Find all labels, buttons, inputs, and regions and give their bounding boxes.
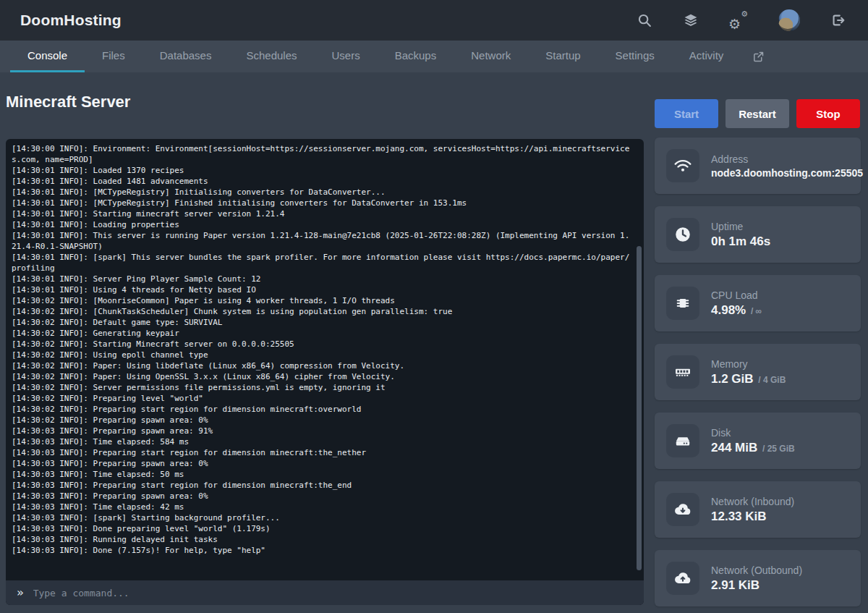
stat-label: Address <box>711 153 851 165</box>
console-column: Minecraft Server [14:30:00 INFO]: Enviro… <box>6 72 644 613</box>
user-avatar[interactable] <box>778 9 800 31</box>
server-panel: DoomHosting ⚙⚙ <box>0 0 868 613</box>
page-title: Minecraft Server <box>6 91 644 113</box>
stat-label: Disk <box>711 427 795 439</box>
tab-startup[interactable]: Startup <box>528 41 597 72</box>
stat-cards: Address node3.doomhosting.com:25505 Upti… <box>655 138 861 613</box>
top-navbar: DoomHosting ⚙⚙ <box>0 0 868 41</box>
stat-value: 1.2 GiB / 4 GiB <box>711 372 786 386</box>
tab-activity[interactable]: Activity <box>672 41 741 72</box>
tab-schedules[interactable]: Schedules <box>229 41 314 72</box>
stat-card-address: Address node3.doomhosting.com:25505 <box>655 138 861 194</box>
brand-title[interactable]: DoomHosting <box>20 12 122 29</box>
wifi-icon <box>666 149 699 182</box>
stat-label: Memory <box>711 358 786 370</box>
stat-label: CPU Load <box>711 289 762 301</box>
server-tabbar: Console Files Databases Schedules Users … <box>0 41 868 72</box>
search-icon[interactable] <box>637 12 652 28</box>
console-scrollbar-thumb[interactable] <box>637 246 642 570</box>
stat-label: Network (Outbound) <box>711 565 802 576</box>
stat-card-uptime: Uptime 0h 1m 46s <box>655 206 861 263</box>
stat-card-memory: Memory 1.2 GiB / 4 GiB <box>655 344 861 400</box>
stat-card-disk: Disk 244 MiB / 25 GiB <box>655 413 861 469</box>
memory-icon <box>666 355 699 389</box>
clock-icon <box>666 218 699 251</box>
command-bar: » <box>6 580 644 605</box>
console-log[interactable]: [14:30:00 INFO]: Environment: Environmen… <box>6 139 644 580</box>
tab-console[interactable]: Console <box>10 41 85 72</box>
stat-value: 12.33 KiB <box>711 510 794 524</box>
restart-button[interactable]: Restart <box>726 99 789 128</box>
stat-value: 4.98% / ∞ <box>711 303 762 318</box>
stop-button[interactable]: Stop <box>796 99 860 128</box>
stats-column: Start Restart Stop Address node <box>655 72 861 613</box>
stat-card-network-inbound: Network (Inbound) 12.33 KiB <box>655 481 861 538</box>
stat-value: 0h 1m 46s <box>711 234 772 249</box>
tab-backups[interactable]: Backups <box>378 41 454 72</box>
tab-settings[interactable]: Settings <box>598 41 672 72</box>
console-log-text: [14:30:00 INFO]: Environment: Environmen… <box>12 143 631 556</box>
console-panel: [14:30:00 INFO]: Environment: Environmen… <box>6 139 644 605</box>
cpu-icon <box>666 287 699 320</box>
power-buttons: Start Restart Stop <box>655 99 861 128</box>
navbar-icon-group: ⚙⚙ <box>637 9 846 31</box>
prompt-icon: » <box>17 587 24 599</box>
external-link-icon[interactable] <box>741 41 776 72</box>
main-content: Minecraft Server [14:30:00 INFO]: Enviro… <box>0 72 868 613</box>
gears-icon[interactable]: ⚙⚙ <box>729 12 748 29</box>
stat-card-cpu: CPU Load 4.98% / ∞ <box>655 275 861 331</box>
command-input[interactable] <box>33 588 633 599</box>
tab-files[interactable]: Files <box>85 41 142 72</box>
cloud-upload-icon <box>666 562 699 595</box>
stat-label: Network (Inbound) <box>711 496 794 507</box>
stat-label: Uptime <box>711 221 772 232</box>
tab-users[interactable]: Users <box>315 41 378 72</box>
tab-network[interactable]: Network <box>454 41 528 72</box>
stat-value: node3.doomhosting.com:25505 <box>711 167 851 179</box>
cloud-download-icon <box>666 493 699 526</box>
stat-card-network-outbound: Network (Outbound) 2.91 KiB <box>655 550 861 606</box>
disk-icon <box>666 424 699 457</box>
signout-icon[interactable] <box>830 12 846 28</box>
stat-value: 2.91 KiB <box>711 578 802 593</box>
tab-databases[interactable]: Databases <box>142 41 229 72</box>
layers-icon[interactable] <box>683 12 699 28</box>
start-button[interactable]: Start <box>655 99 718 128</box>
stat-value: 244 MiB / 25 GiB <box>711 441 795 455</box>
